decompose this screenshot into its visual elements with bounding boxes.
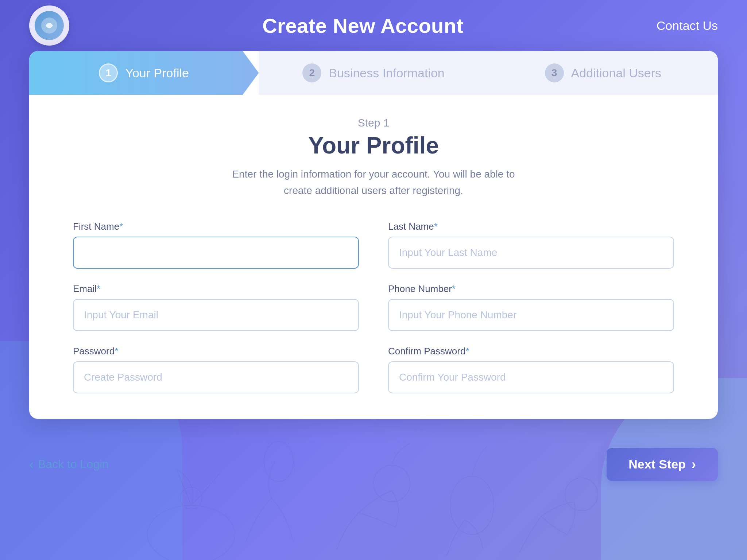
phone-group: Phone Number*	[388, 283, 674, 331]
phone-input[interactable]	[388, 299, 674, 331]
email-label: Email*	[73, 283, 359, 295]
next-chevron-icon: ›	[692, 457, 696, 472]
page-title: Create New Account	[262, 14, 464, 38]
logo-inner	[35, 11, 64, 40]
last-name-input[interactable]	[388, 237, 674, 269]
step-3-number: 3	[545, 63, 564, 82]
back-label: Back to Login	[38, 458, 109, 471]
confirm-password-label: Confirm Password*	[388, 346, 674, 357]
password-input[interactable]	[73, 361, 359, 393]
form-grid: First Name* Last Name* Email*	[73, 221, 674, 393]
last-name-label: Last Name*	[388, 221, 674, 232]
back-chevron-icon: ‹	[29, 457, 34, 472]
footer: ‹ Back to Login Next Step ›	[0, 433, 747, 495]
step-3-label: Additional Users	[571, 66, 662, 80]
form-step-label: Step 1	[73, 117, 674, 129]
first-name-group: First Name*	[73, 221, 359, 269]
form-description: Enter the login information for your acc…	[228, 166, 519, 199]
form-area: Step 1 Your Profile Enter the login info…	[29, 95, 718, 419]
next-step-button[interactable]: Next Step ›	[607, 448, 718, 481]
step-1-label: Your Profile	[125, 66, 189, 80]
contact-us-button[interactable]: Contact Us	[657, 19, 718, 33]
phone-label: Phone Number*	[388, 283, 674, 295]
step-2[interactable]: 2 Business Information	[259, 51, 488, 95]
card: 1 Your Profile 2 Business Information 3 …	[29, 51, 718, 419]
step-2-label: Business Information	[329, 66, 445, 80]
steps-header: 1 Your Profile 2 Business Information 3 …	[29, 51, 718, 95]
email-group: Email*	[73, 283, 359, 331]
main-container: 1 Your Profile 2 Business Information 3 …	[29, 51, 718, 419]
next-label: Next Step	[628, 457, 686, 471]
password-group: Password*	[73, 346, 359, 393]
first-name-input[interactable]	[73, 237, 359, 269]
step-1-number: 1	[99, 63, 118, 82]
step-3[interactable]: 3 Additional Users	[488, 51, 718, 95]
first-name-label: First Name*	[73, 221, 359, 232]
email-input[interactable]	[73, 299, 359, 331]
last-name-group: Last Name*	[388, 221, 674, 269]
confirm-password-input[interactable]	[388, 361, 674, 393]
confirm-password-group: Confirm Password*	[388, 346, 674, 393]
password-label: Password*	[73, 346, 359, 357]
step-1[interactable]: 1 Your Profile	[29, 51, 259, 95]
back-to-login-button[interactable]: ‹ Back to Login	[29, 457, 109, 472]
logo	[29, 5, 69, 46]
header: Create New Account Contact Us	[0, 0, 747, 51]
step-2-number: 2	[302, 63, 321, 82]
form-heading: Your Profile	[73, 132, 674, 159]
